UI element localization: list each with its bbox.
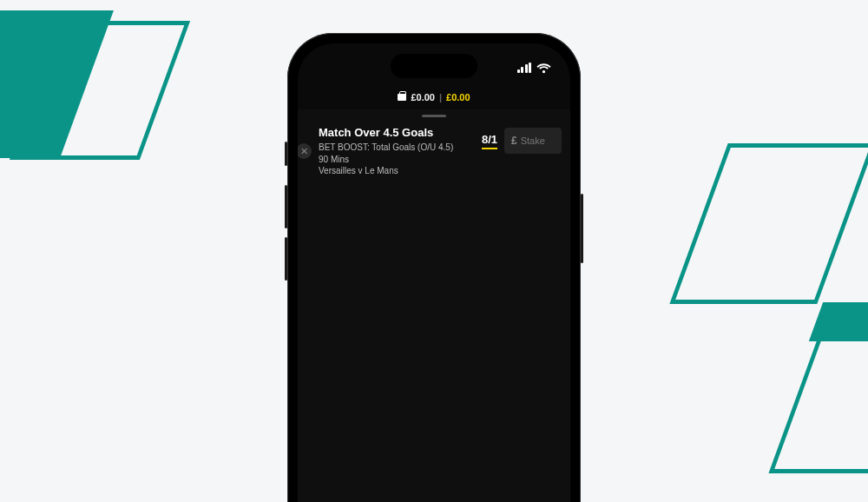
bet-slip-sheet: ✕ Match Over 4.5 Goals BET BOOST: Total … — [298, 109, 570, 502]
phone-silent-switch — [285, 142, 287, 166]
bet-event: Versailles v Le Mans — [319, 165, 475, 177]
drag-handle[interactable] — [422, 115, 446, 117]
bet-selection-row: ✕ Match Over 4.5 Goals BET BOOST: Total … — [298, 124, 570, 186]
phone-screen: £0.00 | £0.00 ✕ Match Over 4.5 Goals BET… — [298, 43, 570, 502]
odds-container: 8/1 — [482, 126, 497, 149]
phone-volume-up — [285, 185, 287, 228]
bet-info: Match Over 4.5 Goals BET BOOST: Total Go… — [319, 126, 475, 177]
balance-bonus: £0.00 — [446, 92, 470, 102]
balance-cash: £0.00 — [411, 92, 435, 102]
phone-volume-down — [285, 237, 287, 281]
phone-power-button — [581, 194, 583, 263]
stake-currency: £ — [511, 135, 517, 147]
close-icon: ✕ — [300, 146, 308, 157]
stake-input[interactable] — [521, 135, 555, 146]
balance-bar: £0.00 | £0.00 — [298, 89, 570, 109]
wallet-icon — [398, 94, 406, 101]
wifi-icon — [536, 63, 551, 74]
cellular-signal-icon — [517, 63, 532, 73]
bg-parallelogram-outline-r1 — [669, 143, 868, 304]
stake-input-box[interactable]: £ — [504, 128, 562, 154]
bet-market: BET BOOST: Total Goals (O/U 4.5) — [319, 142, 475, 154]
dynamic-island — [391, 54, 477, 78]
balance-divider: | — [439, 92, 442, 102]
remove-selection-button[interactable]: ✕ — [298, 143, 312, 159]
bet-period: 90 Mins — [319, 154, 475, 166]
phone-frame: £0.00 | £0.00 ✕ Match Over 4.5 Goals BET… — [287, 33, 581, 502]
bet-title: Match Over 4.5 Goals — [319, 126, 475, 139]
odds-value[interactable]: 8/1 — [482, 133, 497, 149]
